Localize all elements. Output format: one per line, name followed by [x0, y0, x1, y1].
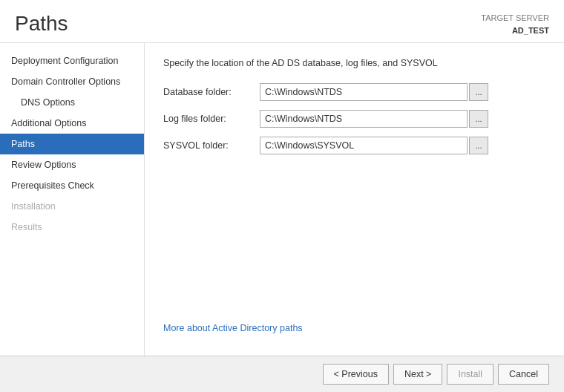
sidebar-item-review-options[interactable]: Review Options: [0, 154, 144, 175]
page-title: Paths: [15, 12, 68, 36]
sidebar-item-domain-controller-options[interactable]: Domain Controller Options: [0, 71, 144, 92]
content-spacer: [163, 163, 545, 323]
log-files-folder-browse-button[interactable]: ...: [469, 110, 488, 128]
sysvol-folder-input-group: ...: [260, 137, 545, 154]
sysvol-folder-browse-button[interactable]: ...: [469, 137, 488, 154]
cancel-button[interactable]: Cancel: [498, 364, 549, 385]
sidebar-item-dns-options[interactable]: DNS Options: [0, 92, 144, 113]
previous-button[interactable]: < Previous: [323, 364, 389, 385]
sidebar-item-prerequisites-check[interactable]: Prerequisites Check: [0, 175, 144, 196]
footer: < Previous Next > Install Cancel: [0, 356, 564, 392]
database-folder-label: Database folder:: [163, 87, 260, 97]
install-button[interactable]: Install: [447, 364, 494, 385]
target-server-info: TARGET SERVER AD_TEST: [481, 12, 549, 36]
main-container: Paths TARGET SERVER AD_TEST Deployment C…: [0, 0, 564, 392]
sysvol-folder-label: SYSVOL folder:: [163, 140, 260, 151]
content-area: Specify the location of the AD DS databa…: [145, 43, 564, 356]
sidebar-item-installation: Installation: [0, 196, 144, 217]
database-folder-input[interactable]: [260, 83, 468, 101]
sidebar-item-paths[interactable]: Paths: [0, 134, 144, 154]
database-folder-browse-button[interactable]: ...: [469, 83, 488, 101]
sidebar-item-deployment-configuration[interactable]: Deployment Configuration: [0, 50, 144, 71]
header: Paths TARGET SERVER AD_TEST: [0, 0, 564, 43]
target-server-label: TARGET SERVER: [481, 12, 549, 24]
next-button[interactable]: Next >: [393, 364, 442, 385]
database-folder-input-group: ...: [260, 83, 545, 101]
content-description: Specify the location of the AD DS databa…: [163, 58, 545, 68]
database-folder-row: Database folder: ...: [163, 83, 545, 101]
sidebar-item-results: Results: [0, 217, 144, 238]
sysvol-folder-row: SYSVOL folder: ...: [163, 137, 545, 154]
log-files-folder-input-group: ...: [260, 110, 545, 128]
log-files-folder-input[interactable]: [260, 110, 468, 128]
sidebar: Deployment Configuration Domain Controll…: [0, 43, 145, 356]
more-about-link[interactable]: More about Active Directory paths: [163, 323, 545, 333]
body: Deployment Configuration Domain Controll…: [0, 43, 564, 356]
sysvol-folder-input[interactable]: [260, 137, 468, 154]
sidebar-item-additional-options[interactable]: Additional Options: [0, 113, 144, 134]
log-files-folder-row: Log files folder: ...: [163, 110, 545, 128]
server-name: AD_TEST: [481, 24, 549, 37]
log-files-folder-label: Log files folder:: [163, 114, 260, 124]
